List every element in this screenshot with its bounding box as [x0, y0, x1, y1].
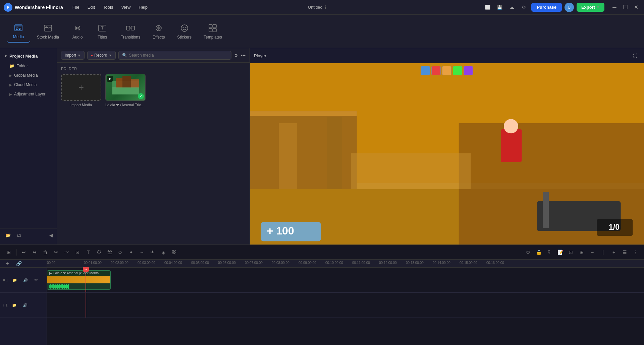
ruler-mark-15: 00:15:00:00	[460, 261, 477, 265]
crop-time-icon[interactable]: ⊡	[73, 248, 82, 257]
sidebar-section-project-media: ▼ Project Media 📁 Folder ▶ Global Media …	[0, 51, 57, 99]
export-button[interactable]: Export ▼	[577, 3, 604, 12]
svg-text:F: F	[7, 5, 9, 10]
sidebar-arrow-icon: ▼	[4, 54, 7, 58]
app-logo: F Wondershare Filmora	[3, 3, 63, 12]
timeline-tracks[interactable]: 00:00 00:01:00:00 00:02:00:00 00:03:00:0…	[47, 260, 644, 345]
transform-icon[interactable]: ⟳	[116, 248, 125, 257]
link-tracks-icon[interactable]: 🔗	[14, 260, 23, 268]
avatar[interactable]: U	[565, 3, 574, 12]
player-avatar-3	[442, 66, 451, 75]
menu-view[interactable]: View	[118, 3, 134, 11]
sidebar-item-cloud-media[interactable]: ▶ Cloud Media	[0, 80, 57, 89]
cloud-icon[interactable]: ☁	[507, 3, 517, 12]
sidebar-new-folder-icon[interactable]: 🗂	[15, 231, 23, 239]
eye-icon[interactable]: 👁	[148, 248, 157, 257]
purchase-button[interactable]: Purchase	[531, 3, 562, 12]
timeline: ⊞ ↩ ↪ 🗑 ✂ 〰 ⊡ T ⏱ ⛱ ⟳ ✦ → 👁 ◈ ⛓ ⚙ 🔒 🎙 📝 …	[0, 245, 644, 345]
svg-text:+ 100: + 100	[267, 225, 294, 237]
save-icon[interactable]: 💾	[495, 3, 504, 12]
menu-edit[interactable]: Edit	[84, 3, 98, 11]
svg-rect-3	[15, 25, 22, 26]
import-media-item[interactable]: + Import Media	[61, 74, 101, 107]
delete-button[interactable]: 🗑	[41, 248, 50, 257]
tl-zoom-in-icon[interactable]: +	[609, 248, 619, 257]
tl-settings-icon[interactable]: ⚙	[523, 248, 533, 257]
toolbar-media[interactable]: Media	[7, 20, 30, 43]
tl-zoom-out-icon[interactable]: −	[588, 248, 597, 257]
import-button[interactable]: Import ▼	[61, 51, 85, 60]
add-media-icon[interactable]: +	[3, 260, 12, 268]
fullscreen-icon[interactable]: ⛶	[630, 51, 640, 60]
maximize-button[interactable]: ❐	[621, 3, 630, 12]
tl-text-icon[interactable]: 📝	[555, 248, 565, 257]
ruler-inner: 00:00 00:01:00:00 00:02:00:00 00:03:00:0…	[47, 260, 644, 267]
sidebar-item-folder[interactable]: 📁 Folder	[0, 61, 57, 71]
toolbar-stock-media[interactable]: Stock Media	[32, 21, 64, 42]
menu-file[interactable]: File	[69, 3, 83, 11]
waveform-bar-16	[64, 284, 65, 289]
tl-list-icon[interactable]: ☰	[620, 248, 629, 257]
toolbar-titles[interactable]: T Titles	[91, 21, 114, 42]
timeline-right-controls: ⚙ 🔒 🎙 📝 🏷 ⊞ − | + ☰ ⋮	[523, 248, 640, 257]
playhead[interactable]: ✂	[86, 268, 86, 292]
tl-more-icon[interactable]: ⋮	[631, 248, 640, 257]
svg-rect-32	[327, 117, 342, 189]
track-eye-icon[interactable]: 👁	[32, 275, 41, 285]
tl-grid-icon[interactable]: ⊞	[577, 248, 586, 257]
waveform-bar-10	[58, 285, 59, 288]
sidebar-project-media-header[interactable]: ▼ Project Media	[0, 51, 57, 61]
settings-icon[interactable]: ⚙	[519, 3, 529, 12]
filter-icon[interactable]: ⚙	[234, 53, 238, 58]
sliders-icon[interactable]: ◈	[159, 248, 168, 257]
svg-point-4	[16, 28, 18, 30]
media-video-thumb[interactable]: ▶ ✓	[105, 74, 146, 101]
track-folder-icon[interactable]: 📁	[10, 275, 19, 285]
tracks-area: ▶ Lalala ❤ Arsenal [kShot Monta	[47, 268, 644, 345]
link-icon[interactable]: ⛓	[169, 248, 179, 257]
waveform-bar-4	[52, 284, 53, 288]
ruler-mark-11: 00:11:00:00	[352, 261, 370, 265]
minimize-button[interactable]: ─	[610, 3, 619, 12]
cut-button[interactable]: ✂	[51, 248, 61, 257]
toolbar-effects[interactable]: Effects	[147, 21, 170, 42]
sidebar-item-global-media[interactable]: ▶ Global Media	[0, 71, 57, 80]
audio-track-volume-icon[interactable]: 🔊	[20, 300, 30, 310]
sidebar-collapse-button[interactable]: ◀	[49, 233, 53, 238]
audio-split-icon[interactable]: 〰	[62, 248, 71, 257]
stabilize-icon[interactable]: ⛱	[105, 248, 114, 257]
toolbar-transitions[interactable]: Transitions	[115, 21, 146, 42]
record-button[interactable]: ● Record ▼	[87, 51, 116, 60]
ruler-mark-14: 00:14:00:00	[433, 261, 450, 265]
speed-icon[interactable]: ⏱	[94, 248, 104, 257]
import-media-thumb[interactable]: +	[61, 74, 101, 101]
cloud-media-arrow: ▶	[9, 83, 12, 87]
media-grid: + Import Media ▶	[61, 74, 246, 107]
search-input[interactable]	[129, 53, 228, 58]
svg-rect-22	[116, 78, 122, 88]
arrow-right-icon[interactable]: →	[137, 248, 147, 257]
timeline-layout-icon[interactable]: ⊞	[4, 248, 13, 257]
media-video-item[interactable]: ▶ ✓ Lalala ❤ (Arsenal Trick...	[105, 74, 146, 107]
sidebar-add-folder-icon[interactable]: 📂	[4, 231, 12, 239]
menu-help[interactable]: Help	[135, 3, 151, 11]
text-add-icon[interactable]: T	[84, 248, 93, 257]
search-icon: 🔍	[122, 53, 127, 58]
sidebar-item-adjustment-layer[interactable]: ▶ Adjustment Layer	[0, 89, 57, 99]
toolbar-stickers[interactable]: Stickers	[172, 21, 197, 42]
tl-tag-icon[interactable]: 🏷	[566, 248, 576, 257]
undo-button[interactable]: ↩	[19, 248, 29, 257]
layout-icon[interactable]: ⬜	[483, 3, 492, 12]
redo-button[interactable]: ↪	[30, 248, 39, 257]
crop-icon[interactable]: ✦	[126, 248, 136, 257]
video-clip[interactable]: ▶ Lalala ❤ Arsenal [kShot Monta	[47, 270, 111, 290]
toolbar-templates[interactable]: Templates	[198, 21, 227, 42]
audio-track-folder-icon[interactable]: 📁	[10, 300, 19, 310]
tl-lock-icon[interactable]: 🔒	[534, 248, 543, 257]
tl-mic-icon[interactable]: 🎙	[545, 248, 554, 257]
track-volume-icon[interactable]: 🔊	[21, 275, 30, 285]
close-button[interactable]: ✕	[631, 3, 641, 12]
more-icon[interactable]: •••	[241, 53, 246, 58]
toolbar-audio[interactable]: Audio	[66, 21, 89, 42]
menu-tools[interactable]: Tools	[100, 3, 116, 11]
